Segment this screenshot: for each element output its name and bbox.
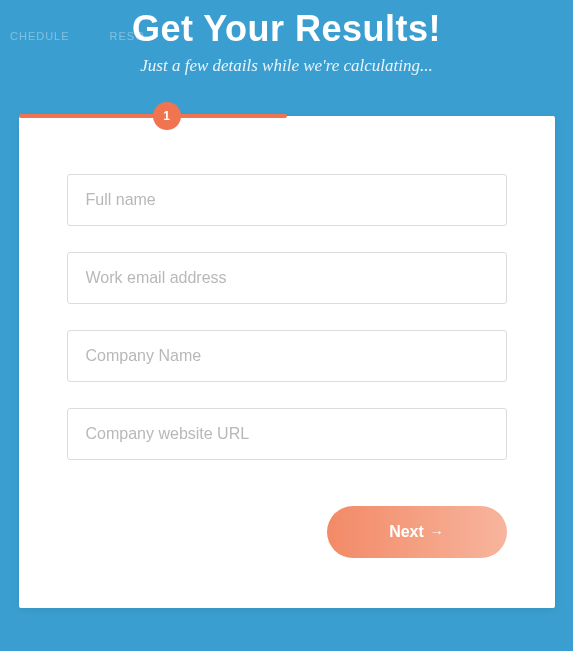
company-url-input[interactable] — [67, 408, 507, 460]
page-subtitle: Just a few details while we're calculati… — [0, 56, 573, 76]
next-button[interactable]: Next → — [327, 506, 507, 558]
form-card: 1 Next → — [19, 116, 555, 608]
next-button-label: Next — [389, 523, 424, 541]
form-actions: Next → — [67, 506, 507, 558]
page-title: Get Your Results! — [0, 8, 573, 50]
work-email-input[interactable] — [67, 252, 507, 304]
company-name-input[interactable] — [67, 330, 507, 382]
arrow-right-icon: → — [430, 524, 444, 540]
modal-header: Get Your Results! Just a few details whi… — [0, 0, 573, 76]
step-badge: 1 — [153, 102, 181, 130]
full-name-input[interactable] — [67, 174, 507, 226]
